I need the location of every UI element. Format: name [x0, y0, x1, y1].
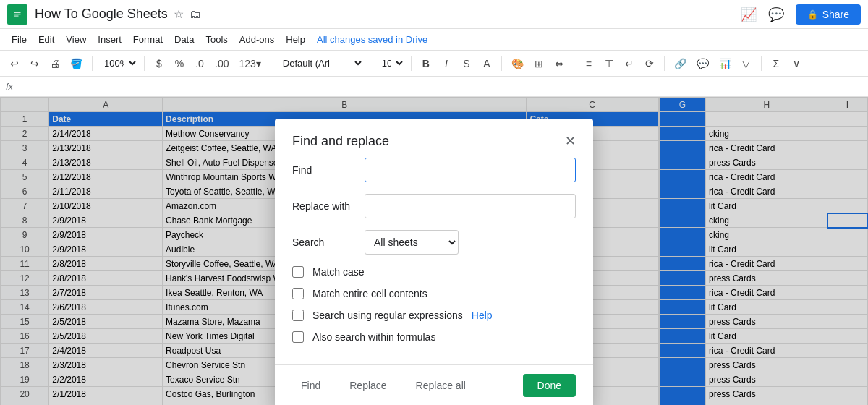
- find-label: Find: [292, 164, 365, 176]
- separator-1: [92, 56, 93, 71]
- menu-view[interactable]: View: [60, 31, 92, 48]
- currency-button[interactable]: $: [150, 56, 168, 72]
- sheet-area: A B C 1 Date Description Cate 2 2/14/201…: [0, 97, 868, 405]
- formulas-row: Also search within formulas: [292, 331, 576, 343]
- help-link[interactable]: Help: [472, 310, 493, 321]
- comment-icon[interactable]: 💬: [768, 7, 784, 22]
- search-row: Search All sheets This sheet Specific ra…: [292, 230, 576, 255]
- match-entire-label: Match entire cell contents: [312, 288, 427, 299]
- separator-3: [271, 56, 271, 71]
- replace-all-button[interactable]: Replace all: [407, 375, 475, 396]
- align-button[interactable]: ≡: [580, 56, 597, 72]
- text-color-button[interactable]: A: [478, 56, 495, 72]
- doc-title: How To Google Sheets: [35, 7, 168, 22]
- done-button[interactable]: Done: [523, 374, 576, 397]
- regex-checkbox[interactable]: [292, 310, 304, 321]
- merge-button[interactable]: ⇔: [550, 56, 568, 72]
- rotate-button[interactable]: ⟳: [641, 56, 658, 72]
- modal-title: Find and replace: [292, 134, 389, 149]
- title-icons: ☆ 🗂: [174, 7, 201, 21]
- function-button[interactable]: Σ: [767, 56, 785, 72]
- drive-icon[interactable]: 🗂: [190, 8, 201, 21]
- saved-notice: All changes saved in Drive: [317, 34, 427, 45]
- find-replace-modal: Find and replace ✕ Find Replace with Sea…: [275, 119, 593, 405]
- decimal-decrease-button[interactable]: .0: [191, 56, 208, 72]
- valign-button[interactable]: ⊤: [600, 56, 618, 72]
- borders-button[interactable]: ⊞: [530, 56, 548, 72]
- paint-format-button[interactable]: 🪣: [67, 56, 86, 72]
- match-case-label: Match case: [312, 266, 365, 278]
- svg-rect-3: [14, 15, 19, 16]
- menu-tools[interactable]: Tools: [200, 31, 233, 48]
- find-button[interactable]: Find: [292, 375, 329, 396]
- svg-rect-1: [14, 12, 21, 13]
- match-entire-row: Match entire cell contents: [292, 288, 576, 299]
- redo-button[interactable]: ↪: [26, 56, 43, 72]
- zoom-select[interactable]: 100%75%125%: [98, 56, 138, 71]
- footer-left: Find Replace Replace all: [292, 375, 475, 396]
- decimal-increase-button[interactable]: .00: [211, 56, 232, 72]
- match-case-row: Match case: [292, 266, 576, 278]
- fx-label: fx: [6, 81, 13, 92]
- menu-help[interactable]: Help: [280, 31, 311, 48]
- formulas-checkbox[interactable]: [292, 331, 304, 343]
- regex-label: Search using regular expressions: [312, 310, 463, 321]
- right-icons: 📈 💬 🔒 Share: [741, 4, 861, 25]
- match-case-checkbox[interactable]: [292, 266, 304, 278]
- title-bar: How To Google Sheets ☆ 🗂 📈 💬 🔒 Share: [0, 0, 868, 29]
- app-icon: [7, 4, 27, 25]
- menu-insert[interactable]: Insert: [92, 31, 127, 48]
- find-input[interactable]: [365, 158, 576, 182]
- replace-input[interactable]: [365, 194, 576, 218]
- separator-7: [574, 56, 574, 71]
- filter-button[interactable]: ▽: [738, 56, 755, 72]
- match-entire-checkbox[interactable]: [292, 288, 304, 299]
- undo-button[interactable]: ↩: [6, 56, 23, 72]
- wrap-button[interactable]: ↵: [621, 56, 638, 72]
- separator-6: [501, 56, 502, 71]
- menu-format[interactable]: Format: [127, 31, 169, 48]
- replace-label: Replace with: [292, 200, 365, 212]
- strikethrough-button[interactable]: S: [458, 56, 475, 72]
- analytics-icon[interactable]: 📈: [741, 7, 757, 22]
- replace-row: Replace with: [292, 194, 576, 218]
- menu-file[interactable]: File: [6, 31, 33, 48]
- italic-button[interactable]: I: [438, 56, 455, 72]
- separator-8: [664, 56, 665, 71]
- formulas-label: Also search within formulas: [312, 331, 435, 343]
- separator-5: [411, 56, 412, 71]
- print-button[interactable]: 🖨: [46, 56, 64, 72]
- formula-input[interactable]: [19, 81, 862, 92]
- lock-icon: 🔒: [807, 9, 818, 20]
- expand-button[interactable]: ∨: [788, 56, 805, 72]
- bold-button[interactable]: B: [417, 56, 435, 72]
- font-size-select[interactable]: 10812: [376, 56, 405, 71]
- menu-data[interactable]: Data: [169, 31, 200, 48]
- separator-2: [144, 56, 145, 71]
- fill-color-button[interactable]: 🎨: [508, 56, 527, 72]
- modal-close-button[interactable]: ✕: [565, 133, 576, 149]
- format-123-button[interactable]: 123▾: [235, 56, 264, 72]
- menu-bar: File Edit View Insert Format Data Tools …: [0, 29, 868, 51]
- chart-button[interactable]: 📊: [715, 56, 735, 72]
- percent-button[interactable]: %: [171, 56, 188, 72]
- svg-rect-2: [14, 14, 21, 14]
- share-button[interactable]: 🔒 Share: [796, 4, 861, 25]
- regex-row: Search using regular expressions Help: [292, 310, 576, 321]
- menu-edit[interactable]: Edit: [33, 31, 60, 48]
- find-row: Find: [292, 158, 576, 182]
- star-icon[interactable]: ☆: [174, 7, 184, 21]
- separator-4: [370, 56, 370, 71]
- separator-9: [761, 56, 762, 71]
- replace-button[interactable]: Replace: [341, 375, 395, 396]
- modal-footer: Find Replace Replace all Done: [275, 364, 593, 405]
- comment-tb-button[interactable]: 💬: [693, 56, 712, 72]
- font-select[interactable]: Default (Ari: [277, 56, 364, 71]
- formula-bar: fx: [0, 77, 868, 97]
- search-label: Search: [292, 236, 365, 248]
- search-select[interactable]: All sheets This sheet Specific range: [365, 230, 459, 255]
- modal-overlay: Find and replace ✕ Find Replace with Sea…: [0, 97, 868, 405]
- modal-header: Find and replace ✕: [275, 119, 593, 158]
- menu-addons[interactable]: Add-ons: [234, 31, 280, 48]
- link-button[interactable]: 🔗: [671, 56, 690, 72]
